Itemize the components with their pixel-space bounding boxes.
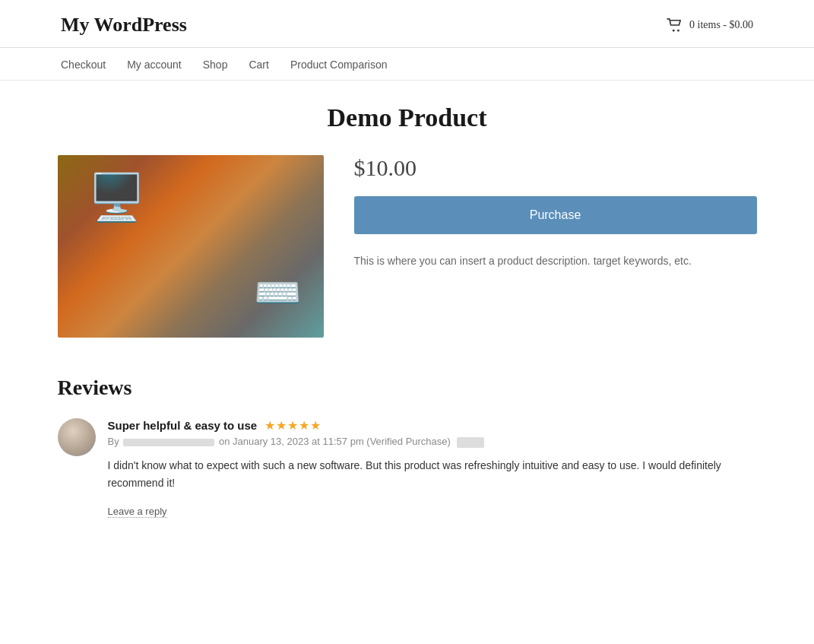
- review-content: Super helpful & easy to use ★★★★★ By on …: [108, 418, 757, 518]
- review-meta: By on January 13, 2023 at 11:57 pm (Veri…: [108, 436, 757, 448]
- cart-info[interactable]: 0 items - $0.00: [667, 18, 753, 32]
- nav-my-account[interactable]: My account: [127, 59, 182, 71]
- reviewer-avatar: [58, 418, 96, 456]
- review-title: Super helpful & easy to use: [108, 419, 258, 432]
- reviews-section: Reviews Super helpful & easy to use ★★★★…: [58, 376, 757, 518]
- review-text: I didn't know what to expect with such a…: [108, 457, 757, 493]
- product-layout: $10.00 Purchase This is where you can in…: [58, 155, 757, 338]
- product-image: [58, 155, 324, 338]
- cart-label: 0 items - $0.00: [689, 19, 753, 31]
- reviewer-prefix: By: [108, 436, 119, 447]
- reviews-title: Reviews: [58, 376, 757, 400]
- product-price: $10.00: [354, 155, 757, 181]
- nav-cart[interactable]: Cart: [249, 59, 268, 71]
- nav-shop[interactable]: Shop: [203, 59, 228, 71]
- leave-reply-link[interactable]: Leave a reply: [108, 506, 167, 518]
- product-info: $10.00 Purchase This is where you can in…: [354, 155, 757, 269]
- review-item: Super helpful & easy to use ★★★★★ By on …: [58, 418, 757, 518]
- review-header: Super helpful & easy to use ★★★★★: [108, 418, 757, 433]
- review-date: on January 13, 2023 at 11:57 pm (Verifie…: [219, 436, 451, 447]
- reviewer-name-blur: [123, 439, 214, 446]
- cart-icon: [667, 18, 683, 32]
- purchase-button[interactable]: Purchase: [354, 196, 757, 234]
- svg-point-1: [677, 30, 679, 32]
- review-stars: ★★★★★: [264, 418, 321, 433]
- main-content: Demo Product $10.00 Purchase This is whe…: [43, 81, 772, 566]
- nav-checkout[interactable]: Checkout: [61, 59, 106, 71]
- site-title: My WordPress: [61, 14, 187, 36]
- product-image-wrapper: [58, 155, 324, 338]
- svg-point-0: [673, 30, 675, 32]
- product-title: Demo Product: [58, 103, 757, 132]
- main-nav: Checkout My account Shop Cart Product Co…: [0, 48, 814, 81]
- product-description: This is where you can insert a product d…: [354, 252, 757, 269]
- header: My WordPress 0 items - $0.00: [0, 0, 814, 48]
- nav-product-comparison[interactable]: Product Comparison: [290, 59, 388, 71]
- edit-badge: [457, 437, 484, 448]
